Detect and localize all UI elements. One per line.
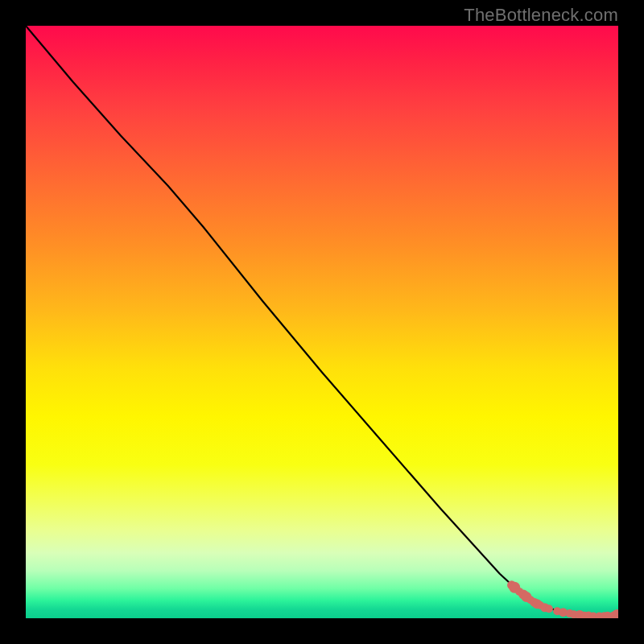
bottleneck-curve [26,26,618,616]
chart-overlay [26,26,618,618]
plot-area [26,26,618,618]
chart-stage: TheBottleneck.com [0,0,644,644]
data-point [545,605,553,613]
watermark-text: TheBottleneck.com [464,5,618,26]
data-markers [507,580,618,618]
data-point [612,609,618,618]
